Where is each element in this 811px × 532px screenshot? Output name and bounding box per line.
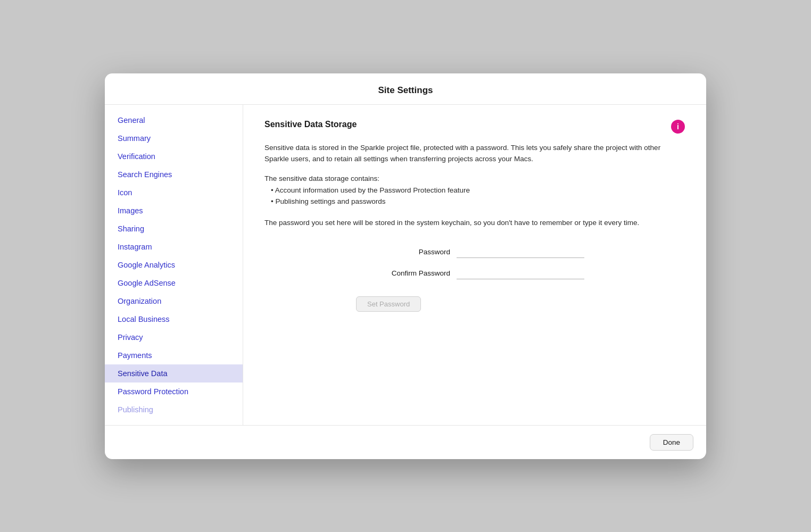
modal-body: General Summary Verification Search Engi… — [105, 105, 706, 425]
sidebar-item-local-business[interactable]: Local Business — [105, 310, 243, 328]
sidebar-item-instagram[interactable]: Instagram — [105, 238, 243, 256]
confirm-password-input[interactable] — [457, 267, 584, 279]
bullet-item-2: • Publishing settings and passwords — [264, 196, 685, 207]
sidebar-item-general[interactable]: General — [105, 111, 243, 129]
description-paragraph-1: Sensitive data is stored in the Sparkle … — [264, 142, 685, 165]
set-password-button[interactable]: Set Password — [356, 296, 421, 312]
sidebar-item-search-engines[interactable]: Search Engines — [105, 165, 243, 184]
sidebar-item-organization[interactable]: Organization — [105, 292, 243, 310]
sidebar-item-images[interactable]: Images — [105, 202, 243, 220]
password-form: Password Confirm Password — [264, 245, 685, 279]
modal-title: Site Settings — [378, 85, 433, 95]
modal-title-bar: Site Settings — [105, 73, 706, 105]
done-button[interactable]: Done — [650, 434, 693, 451]
main-content: Sensitive Data Storage i Sensitive data … — [243, 105, 706, 425]
sidebar-item-sensitive-data[interactable]: Sensitive Data — [105, 364, 243, 383]
sidebar-item-payments[interactable]: Payments — [105, 346, 243, 364]
sidebar-item-verification[interactable]: Verification — [105, 147, 243, 165]
sidebar-item-icon[interactable]: Icon — [105, 184, 243, 202]
bullet-item-1: • Account information used by the Passwo… — [264, 185, 685, 196]
info-icon[interactable]: i — [671, 120, 685, 134]
sidebar-item-privacy[interactable]: Privacy — [105, 328, 243, 346]
sidebar-item-google-adsense[interactable]: Google AdSense — [105, 274, 243, 292]
sidebar-item-publishing[interactable]: Publishing — [105, 401, 243, 419]
password-note: The password you set here will be stored… — [264, 217, 685, 229]
password-row: Password — [264, 245, 685, 258]
sidebar-item-sharing[interactable]: Sharing — [105, 220, 243, 238]
sidebar-item-password-protection[interactable]: Password Protection — [105, 383, 243, 401]
bullet-list: • Account information used by the Passwo… — [264, 185, 685, 207]
sidebar-item-summary[interactable]: Summary — [105, 129, 243, 147]
site-settings-modal: Site Settings General Summary Verificati… — [105, 73, 706, 459]
confirm-password-label: Confirm Password — [365, 269, 450, 277]
sidebar: General Summary Verification Search Engi… — [105, 105, 243, 425]
contains-intro: The sensitive data storage contains: — [264, 174, 685, 182]
confirm-password-row: Confirm Password — [264, 267, 685, 279]
password-label: Password — [365, 248, 450, 256]
sidebar-item-google-analytics[interactable]: Google Analytics — [105, 256, 243, 274]
section-header: Sensitive Data Storage i — [264, 120, 685, 134]
password-input[interactable] — [457, 245, 584, 258]
modal-footer: Done — [105, 425, 706, 459]
section-title: Sensitive Data Storage — [264, 120, 357, 129]
